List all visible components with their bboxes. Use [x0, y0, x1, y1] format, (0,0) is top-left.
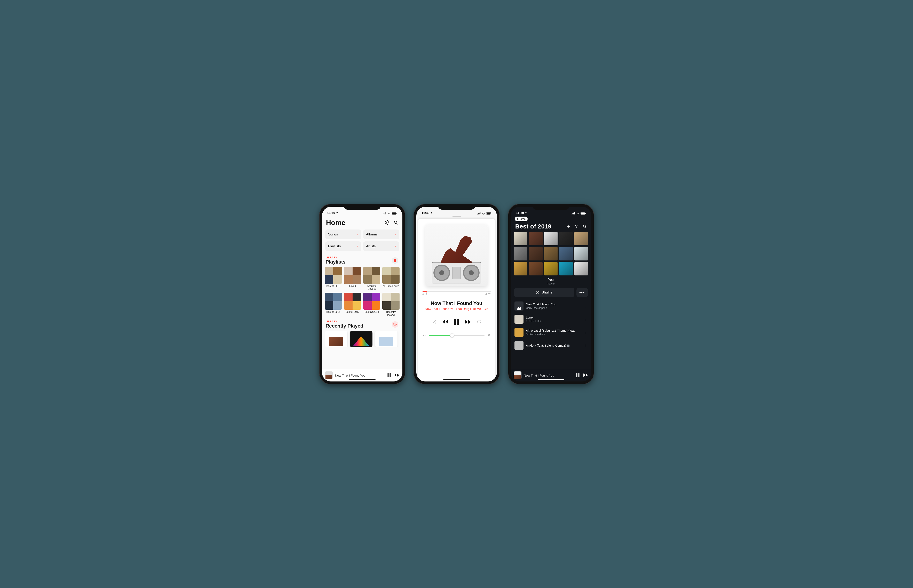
playlist-item[interactable]: Recently Played	[382, 293, 400, 317]
track-artwork	[515, 302, 523, 310]
phone-home: 11:49 Home	[319, 204, 405, 384]
album-thumb[interactable]	[529, 232, 542, 246]
track-row[interactable]: Now That I Found You Carly Rae Jepsen ⋮	[514, 300, 588, 312]
album-thumb[interactable]	[575, 262, 588, 276]
chevron-right-icon: ›	[357, 233, 358, 236]
album-thumb[interactable]	[544, 247, 558, 260]
phone-now-playing: 11:49 0:12	[413, 204, 500, 384]
section-label: LIBRARY	[325, 256, 346, 259]
svg-rect-5	[392, 212, 396, 214]
home-indicator[interactable]	[349, 379, 376, 380]
album-thumb[interactable]	[529, 262, 542, 276]
playlist-item[interactable]: Acoustic Covers	[363, 267, 380, 291]
previous-icon[interactable]	[442, 320, 448, 324]
sheet-grabber[interactable]	[453, 216, 461, 217]
svg-point-8	[394, 221, 397, 223]
track-artist: YUNGBLUD	[526, 320, 582, 323]
album-thumb[interactable]	[514, 232, 528, 246]
volume-slider[interactable]	[429, 335, 484, 336]
album-thumb[interactable]	[544, 232, 558, 246]
svg-rect-29	[585, 213, 586, 214]
album-thumb[interactable]	[559, 247, 573, 260]
album-thumb[interactable]	[529, 247, 542, 260]
track-title: Now That I Found You	[421, 300, 492, 306]
album-thumb[interactable]	[514, 262, 528, 276]
next-icon[interactable]	[395, 373, 400, 377]
track-title: Anxiety (feat. Selena Gomez)E	[526, 344, 582, 347]
close-icon[interactable]: ✕	[487, 333, 490, 338]
now-playing-artwork[interactable]	[426, 225, 487, 286]
playlist-item[interactable]: Best of 2019	[325, 267, 342, 291]
category-playlists[interactable]: Playlists›	[325, 241, 361, 251]
playlist-name: Recently Played	[382, 310, 400, 317]
svg-rect-23	[571, 213, 572, 214]
progress-bar[interactable]	[423, 291, 490, 292]
phone-playlist-detail: 11:50 Home Best of 2019	[508, 204, 594, 384]
chevron-right-icon: ›	[357, 244, 358, 248]
track-row[interactable]: Anxiety (feat. Selena Gomez)E ⋮	[514, 339, 588, 352]
category-grid: Songs› Albums› Playlists› Artists›	[325, 229, 400, 255]
playlist-album-grid	[514, 232, 588, 276]
album-title[interactable]: Now That I Found You / No Drug Like Me -…	[421, 307, 492, 310]
explicit-badge: E	[567, 344, 570, 347]
svg-rect-10	[394, 259, 396, 262]
svg-rect-12	[387, 373, 389, 377]
back-button[interactable]: Home	[515, 216, 528, 221]
history-icon[interactable]	[392, 321, 398, 328]
album-thumb[interactable]	[575, 247, 588, 260]
section-action-icon[interactable]	[392, 257, 398, 264]
category-songs[interactable]: Songs›	[325, 229, 361, 239]
playlist-name: Best of 2019	[325, 285, 342, 288]
drag-handle-icon[interactable]: ⋮	[584, 344, 588, 347]
next-icon[interactable]	[465, 320, 471, 324]
shuffle-icon[interactable]	[432, 320, 436, 324]
playlist-artwork	[344, 267, 361, 284]
more-button[interactable]: •••	[576, 288, 588, 297]
svg-line-9	[397, 223, 398, 225]
location-icon	[431, 212, 432, 214]
plus-icon[interactable]	[567, 225, 571, 228]
shuffle-button[interactable]: Shuffle	[514, 288, 575, 297]
album-thumb[interactable]	[559, 232, 573, 246]
repeat-icon[interactable]	[477, 320, 481, 324]
drag-handle-icon[interactable]: ⋮	[584, 317, 588, 321]
next-icon[interactable]	[583, 373, 588, 377]
category-albums[interactable]: Albums›	[363, 229, 399, 239]
playlist-artwork	[344, 293, 361, 310]
filter-icon[interactable]	[575, 225, 578, 228]
svg-rect-25	[573, 212, 574, 214]
status-time: 11:49	[327, 211, 335, 215]
svg-rect-0	[383, 213, 383, 214]
album-thumb[interactable]	[544, 262, 558, 276]
svg-rect-14	[477, 213, 478, 214]
home-indicator[interactable]	[537, 379, 564, 380]
gear-icon[interactable]	[385, 220, 390, 225]
album-thumb[interactable]	[559, 262, 573, 276]
playlist-item[interactable]: Best of 2016	[325, 293, 342, 317]
svg-rect-26	[574, 212, 575, 214]
svg-rect-16	[479, 212, 479, 214]
search-icon[interactable]	[393, 220, 398, 225]
svg-line-33	[585, 227, 586, 228]
playlist-artwork	[363, 293, 380, 310]
track-row[interactable]: Loner YUNGBLUD ⋮	[514, 313, 588, 325]
playlist-item[interactable]: Loved	[344, 267, 361, 291]
pause-icon[interactable]	[387, 373, 391, 377]
track-row[interactable]: Alti e bassi (Suburra 2 Theme) (feat Bro…	[514, 326, 588, 338]
elapsed-time: 0:12	[423, 293, 427, 296]
drag-handle-icon[interactable]: ⋮	[584, 304, 588, 308]
pause-icon[interactable]	[576, 373, 580, 377]
playlist-item[interactable]: All-Time Faves	[382, 267, 400, 291]
recently-played-row[interactable]	[325, 331, 400, 347]
search-icon[interactable]	[583, 225, 587, 228]
album-thumb[interactable]	[575, 232, 588, 246]
category-artists[interactable]: Artists›	[363, 241, 399, 251]
album-thumb[interactable]	[514, 247, 528, 260]
pause-icon[interactable]	[454, 319, 459, 325]
playlist-item[interactable]: Best Of 2018	[363, 293, 380, 317]
mini-player-title: Now That I Found You	[335, 374, 385, 377]
svg-rect-11	[394, 262, 396, 262]
drag-handle-icon[interactable]: ⋮	[584, 330, 588, 334]
home-indicator[interactable]	[443, 379, 470, 380]
playlist-item[interactable]: Best of 2017	[344, 293, 361, 317]
